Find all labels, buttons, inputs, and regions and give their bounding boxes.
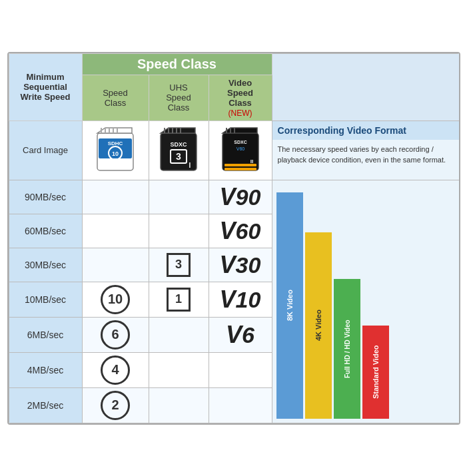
speed-2-label: 2MB/sec	[9, 387, 82, 423]
svg-rect-30	[225, 168, 256, 170]
class2-symbol: 2	[101, 391, 130, 420]
sdhc-card-icon: SDHC 10	[96, 126, 135, 172]
uhs-class-90	[149, 180, 209, 214]
speed-class-60	[82, 214, 149, 248]
sdxc-i-card-icon: SDXC 3 I	[159, 126, 198, 172]
speed-10-label: 10MB/sec	[9, 282, 82, 317]
speed-6-label: 6MB/sec	[9, 317, 82, 352]
video-bars-cell: 8K Video 4K Video Full HD / HD Video Sta…	[272, 180, 460, 423]
u3-symbol: 3	[167, 253, 191, 277]
4k-video-bar: 4K Video	[305, 232, 332, 419]
svg-text:10: 10	[112, 150, 119, 157]
uhs-card-cell: SDXC 3 I	[149, 120, 209, 180]
video-class-90: V90	[209, 180, 272, 214]
header-row-1: Minimum Sequential Write Speed Speed Cla…	[9, 53, 460, 75]
sdxc-ii-card-icon: SDXC V60 II	[221, 126, 260, 172]
speed-4-label: 4MB/sec	[9, 352, 82, 387]
uhs-class-30: 3	[149, 248, 209, 282]
speed-60-label: 60MB/sec	[9, 214, 82, 248]
video-class-10: V10	[209, 282, 272, 317]
8k-video-bar: 8K Video	[276, 192, 303, 419]
u1-symbol: 1	[167, 288, 191, 312]
svg-text:SDXC: SDXC	[234, 140, 246, 144]
row-90mbps: 90MB/sec V90 8K Video 4K Video Full HD	[9, 180, 460, 214]
video-format-info-cell: Corresponding Video Format The necessary…	[272, 120, 460, 180]
speed-90-label: 90MB/sec	[9, 180, 82, 214]
svg-text:I: I	[189, 162, 191, 169]
speed-class-2: 2	[82, 387, 149, 423]
speed-class-30	[82, 248, 149, 282]
speed-class-header: Speed Class	[82, 53, 272, 75]
speed-class-card-cell: SDHC 10	[82, 120, 149, 180]
svg-text:II: II	[250, 158, 252, 164]
uhs-speed-subheader: UHS Speed Class	[149, 75, 209, 120]
svg-text:3: 3	[176, 151, 181, 162]
svg-marker-23	[223, 128, 257, 133]
card-image-label: Card Image	[9, 120, 82, 180]
card-image-row: Card Image	[9, 120, 460, 180]
video-class-30: V30	[209, 248, 272, 282]
svg-marker-1	[97, 128, 132, 133]
uhs-class-10: 1	[149, 282, 209, 317]
speed-class-4: 4	[82, 352, 149, 387]
class6-symbol: 6	[101, 320, 130, 350]
uhs-class-60	[149, 214, 209, 248]
video-class-4	[209, 352, 272, 387]
uhs-class-6	[149, 317, 209, 352]
uhs-class-2	[149, 387, 209, 423]
standard-video-bar: Standard Video	[362, 326, 389, 419]
class4-symbol: 4	[101, 356, 130, 385]
video-format-title: Corresponding Video Format	[272, 121, 460, 140]
speed-class-6: 6	[82, 317, 149, 352]
speed-class-90	[82, 180, 149, 214]
write-speed-header: Minimum Sequential Write Speed	[9, 53, 82, 120]
svg-text:SDXC: SDXC	[170, 141, 187, 148]
speed-class-subheader: Speed Class	[82, 75, 149, 120]
class10-symbol: 10	[101, 285, 130, 314]
video-class-2	[209, 387, 272, 423]
fullhd-video-bar: Full HD / HD Video	[334, 279, 360, 419]
uhs-class-4	[149, 352, 209, 387]
speed-30-label: 30MB/sec	[9, 248, 82, 282]
video-format-header-cell	[272, 53, 460, 120]
video-speed-subheader: Video Speed Class (NEW)	[209, 75, 272, 120]
main-table: Minimum Sequential Write Speed Speed Cla…	[7, 52, 460, 425]
svg-text:SDHC: SDHC	[108, 140, 123, 146]
svg-marker-12	[161, 128, 195, 133]
svg-text:V60: V60	[236, 146, 244, 151]
video-class-60: V60	[209, 214, 272, 248]
video-speed-card-cell: SDXC V60 II	[209, 120, 272, 180]
video-class-6: V6	[209, 317, 272, 352]
video-format-note: The necessary speed varies by each recor…	[272, 140, 460, 170]
speed-class-10: 10	[82, 282, 149, 317]
